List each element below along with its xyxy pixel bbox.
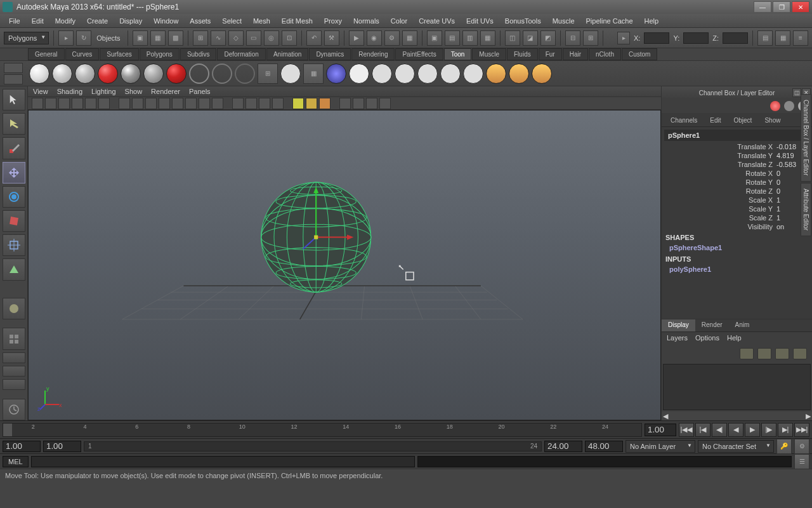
shelf-tab-ncloth[interactable]: nCloth (589, 48, 621, 60)
snap-grid-icon[interactable]: ⊞ (193, 30, 208, 46)
layout-3-icon[interactable]: ▥ (462, 30, 478, 46)
attr-row[interactable]: Translate Z-0.583 (664, 160, 809, 169)
vp-menu-renderer[interactable]: Renderer (151, 88, 180, 95)
vp-menu-show[interactable]: Show (125, 88, 143, 95)
vp-btn-22[interactable] (379, 98, 391, 109)
maximize-button[interactable]: ❐ (773, 1, 790, 13)
play-back-icon[interactable]: ◀ (728, 423, 743, 437)
menu-color[interactable]: Color (386, 16, 412, 26)
toon-shader-white[interactable] (29, 64, 49, 84)
play-forward-icon[interactable]: ▶ (745, 423, 760, 437)
toon-shader-gray[interactable] (75, 64, 95, 84)
sel-mode-2[interactable]: ▦ (150, 30, 166, 46)
side-tab-attribute-editor[interactable]: Attribute Editor (801, 183, 811, 236)
attr-row[interactable]: Rotate Z0 (664, 187, 809, 196)
view-layout-b[interactable] (3, 366, 25, 377)
vp-btn-18[interactable] (272, 98, 284, 109)
range-start-inner[interactable] (43, 441, 81, 452)
toon-shader-mid[interactable] (143, 64, 164, 84)
shelf-tab-animation[interactable]: Animation (266, 48, 308, 60)
vp-btn-2[interactable] (45, 98, 56, 109)
sel-mode-3[interactable]: ▩ (168, 30, 183, 46)
toon-outline-2[interactable] (212, 64, 232, 84)
vp-btn-14[interactable] (212, 98, 223, 109)
vp-menu-shading[interactable]: Shading (57, 88, 82, 95)
auto-key-icon[interactable]: 🔑 (776, 439, 792, 454)
toon-shader-red2[interactable] (166, 64, 187, 84)
current-frame-field[interactable] (645, 424, 676, 436)
layer-tab-display[interactable]: Display (662, 319, 695, 331)
vp-btn-3[interactable] (58, 98, 70, 109)
attr-row[interactable]: Scale Z1 (664, 213, 809, 222)
menu-help[interactable]: Help (639, 16, 664, 26)
toon-brush-7[interactable] (440, 64, 461, 84)
step-forward-icon[interactable]: |▶ (761, 423, 776, 437)
tool-d-icon[interactable]: ⊟ (565, 30, 580, 46)
toon-util-2[interactable]: ▦ (303, 64, 324, 84)
universal-tool[interactable] (3, 234, 25, 256)
attr-row[interactable]: Scale X1 (664, 196, 809, 204)
timeline-track[interactable]: 124681012141618202224 (3, 423, 642, 437)
menu-edit[interactable]: Edit (27, 16, 49, 26)
range-end-outer[interactable] (585, 441, 623, 452)
shelf-tab-dynamics[interactable]: Dynamics (309, 48, 351, 60)
go-end-icon[interactable]: ▶▶| (794, 423, 809, 437)
move-tool[interactable] (3, 162, 25, 184)
vp-btn-9[interactable] (145, 98, 157, 109)
toon-brush-2[interactable] (326, 64, 346, 84)
attr-row[interactable]: Rotate X0 (664, 169, 809, 178)
anim-layer-dropdown[interactable]: No Anim Layer (625, 440, 695, 453)
menu-window[interactable]: Window (148, 16, 183, 26)
view-single[interactable] (3, 298, 25, 319)
menu-bonus-tools[interactable]: BonusTools (500, 16, 546, 26)
step-forward-key-icon[interactable]: ▶| (778, 423, 793, 437)
shelf-tab-fur[interactable]: Fur (539, 48, 562, 60)
menu-mesh[interactable]: Mesh (248, 16, 275, 26)
toon-brush-11[interactable] (532, 64, 552, 84)
menu-assets[interactable]: Assets (185, 16, 216, 26)
cb-tab-show[interactable]: Show (758, 115, 787, 126)
view-layout-c[interactable] (3, 379, 25, 390)
attr-row[interactable]: Rotate Y0 (664, 178, 809, 187)
close-button[interactable]: ✕ (792, 1, 809, 13)
cb-tab-edit[interactable]: Edit (704, 115, 727, 126)
toon-brush-3[interactable] (349, 64, 369, 84)
menu-create[interactable]: Create (82, 16, 113, 26)
vp-menu-view[interactable]: View (33, 88, 48, 95)
vp-btn-19[interactable] (339, 98, 351, 109)
toon-brush-4[interactable] (372, 64, 392, 84)
panel-undock-icon[interactable]: ◫ (792, 88, 801, 97)
soft-mod-tool[interactable] (3, 258, 25, 280)
toon-shader-red[interactable] (98, 64, 118, 84)
menu-pipeline-cache[interactable]: Pipeline Cache (581, 16, 638, 26)
menu-proxy[interactable]: Proxy (319, 16, 347, 26)
range-end-inner[interactable] (544, 441, 582, 452)
character-set-dropdown[interactable]: No Character Set (698, 440, 774, 453)
input-mode-icon[interactable]: ▸ (617, 32, 630, 44)
view-four[interactable] (3, 328, 25, 349)
menu-muscle[interactable]: Muscle (547, 16, 580, 26)
vp-btn-7[interactable] (119, 98, 130, 109)
shelf-tab-deformation[interactable]: Deformation (217, 48, 265, 60)
history-icon[interactable]: ↶ (306, 30, 322, 46)
cb-tab-object[interactable]: Object (728, 115, 759, 126)
tool-a-icon[interactable]: ◫ (505, 30, 520, 46)
toon-brush-1[interactable] (280, 64, 301, 84)
toon-brush-6[interactable] (417, 64, 438, 84)
cmd-language-label[interactable]: MEL (3, 456, 29, 467)
shelf-tab-custom[interactable]: Custom (622, 48, 657, 60)
scroll-left-icon[interactable]: ◀ (663, 412, 668, 420)
z-input[interactable] (723, 32, 748, 44)
vp-btn-8[interactable] (132, 98, 143, 109)
script-editor-icon[interactable]: ☰ (794, 454, 809, 469)
y-input[interactable] (683, 32, 709, 44)
menu-display[interactable]: Display (114, 16, 147, 26)
toon-brush-8[interactable] (463, 64, 483, 84)
vp-btn-6[interactable] (98, 98, 110, 109)
menu-edit-mesh[interactable]: Edit Mesh (277, 16, 318, 26)
layer-icon-1[interactable] (740, 348, 754, 359)
shelf-tab-painteffects[interactable]: PaintEffects (395, 48, 443, 60)
shelf-tab-general[interactable]: General (28, 48, 65, 60)
shelf-tab-muscle[interactable]: Muscle (472, 48, 506, 60)
toon-brush-10[interactable] (509, 64, 529, 84)
